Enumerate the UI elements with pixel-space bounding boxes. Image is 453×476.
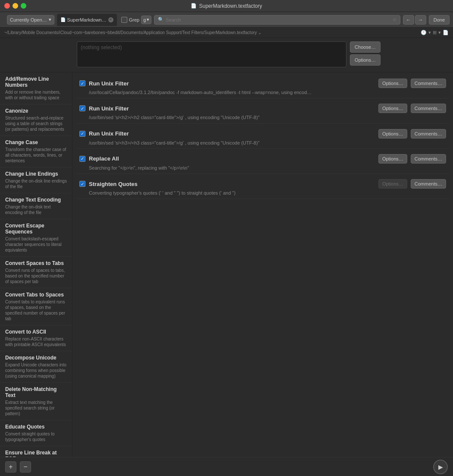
filter-row: ✓ Replace All Options… Comments… Searchi…	[76, 151, 450, 174]
options-button[interactable]: Options…	[378, 104, 407, 113]
add-filter-button[interactable]: +	[5, 461, 16, 473]
options-button: Options…	[378, 179, 407, 189]
tab-icon: 📄	[60, 17, 66, 22]
title-icon: 📄	[191, 3, 197, 9]
nav-forward-button[interactable]: →	[415, 15, 426, 25]
filter-row: ✓ Run Unix Filter Options… Comments… /us…	[76, 76, 450, 98]
list-item[interactable]: Convert to ASCII Replace non-ASCII chara…	[0, 325, 72, 351]
filter-row-header: ✓ Run Unix Filter Options… Comments…	[79, 79, 446, 88]
comments-button[interactable]: Comments…	[411, 104, 446, 113]
options-button[interactable]: Options…	[378, 129, 407, 139]
toolbar: Currently Open… ▾ 📄 SuperMarkdown… ✕ Gre…	[0, 12, 453, 28]
preview-input: (nothing selected)	[77, 41, 346, 67]
options-button[interactable]: Options…	[378, 79, 407, 88]
doc-icon[interactable]: 📄	[443, 30, 449, 35]
search-icon: 🔍	[158, 17, 164, 22]
bottom-bar: + − ▶	[0, 457, 453, 476]
options-button[interactable]: Options…	[378, 154, 407, 164]
window-controls[interactable]	[4, 3, 26, 9]
filter-checkbox[interactable]: ✓	[79, 80, 85, 86]
comments-button[interactable]: Comments…	[411, 154, 446, 164]
play-button[interactable]: ▶	[433, 460, 448, 474]
comments-button[interactable]: Comments…	[411, 129, 446, 139]
filter-row-header: ✓ Run Unix Filter Options… Comments…	[79, 104, 446, 113]
pathbar: ~/Library/Mobile Documents/iCloud~com~ba…	[0, 28, 453, 38]
comments-button[interactable]: Comments…	[411, 179, 446, 189]
list-item[interactable]: Ensure Line Break at EOF Add a line brea…	[0, 446, 72, 457]
list-item[interactable]: Change Case Transform the character case…	[0, 136, 72, 167]
body-layout: Add/Remove Line Numbers Add or remove li…	[0, 73, 453, 457]
maximize-button[interactable]	[21, 3, 26, 9]
close-button[interactable]	[4, 3, 10, 9]
minimize-button[interactable]	[13, 3, 18, 9]
pathbar-icons: 🕐 ▾ ⊞ ▾ 📄	[421, 30, 449, 35]
filter-row-header: ✓ Replace All Options… Comments…	[79, 154, 446, 164]
list-item[interactable]: Decompose Unicode Expand Unicode charact…	[0, 351, 72, 383]
list-item[interactable]: Canonize Structured search-and-replace u…	[0, 104, 72, 136]
search-input[interactable]	[166, 17, 390, 22]
chevron-down-icon: ▾	[147, 17, 149, 22]
titlebar: 📄 SuperMarkdown.textfactory	[0, 0, 453, 12]
filter-row: ✓ Straighten Quotes Options… Comments… C…	[76, 177, 450, 199]
choose-button[interactable]: Choose…	[350, 41, 381, 53]
file-path: ~/Library/Mobile Documents/iCloud~com~ba…	[4, 30, 261, 35]
preview-placeholder: (nothing selected)	[81, 44, 122, 50]
filter-list: Add/Remove Line Numbers Add or remove li…	[0, 73, 72, 457]
filter-checkbox[interactable]: ✓	[79, 181, 85, 187]
options-button[interactable]: Options…	[350, 54, 381, 66]
layers-icon[interactable]: ⊞	[433, 30, 437, 35]
comments-button[interactable]: Comments…	[411, 79, 446, 88]
grep-area: Grep g ▾	[121, 16, 152, 24]
list-item[interactable]: Change Text Encoding Change the on-disk …	[0, 193, 72, 219]
right-panel: ✓ Run Unix Filter Options… Comments… /us…	[72, 73, 453, 457]
filter-row: ✓ Run Unix Filter Options… Comments… /us…	[76, 126, 450, 149]
currently-open-dropdown[interactable]: Currently Open… ▾	[7, 15, 54, 25]
open-tab[interactable]: 📄 SuperMarkdown… ✕	[57, 14, 117, 26]
filter-row-header: ✓ Straighten Quotes Options… Comments…	[79, 179, 446, 189]
search-bar[interactable]: 🔍 ⊗	[154, 15, 400, 25]
preview-area: (nothing selected) Choose… Options…	[0, 38, 453, 73]
list-item[interactable]: Delete Non-Matching Text Extract text ma…	[0, 383, 72, 420]
navigation-buttons: ← →	[403, 15, 426, 25]
filter-checkbox[interactable]: ✓	[79, 156, 85, 162]
filter-row-header: ✓ Run Unix Filter Options… Comments…	[79, 129, 446, 139]
list-item[interactable]: Change Line Endings Change the on-disk l…	[0, 167, 72, 193]
done-button[interactable]: Done	[429, 15, 450, 25]
grep-mode-dropdown[interactable]: g ▾	[141, 16, 151, 24]
main-content: (nothing selected) Choose… Options… Add/…	[0, 38, 453, 476]
filter-row: ✓ Run Unix Filter Options… Comments… /us…	[76, 101, 450, 123]
chevron-down-icon-2[interactable]: ▾	[438, 30, 441, 35]
grep-checkbox[interactable]	[121, 17, 127, 23]
list-item[interactable]: Educate Quotes Convert straight quotes t…	[0, 420, 72, 446]
window-title: 📄 SuperMarkdown.textfactory	[191, 3, 262, 9]
preview-buttons: Choose… Options…	[350, 41, 381, 66]
list-item[interactable]: Add/Remove Line Numbers Add or remove li…	[0, 73, 72, 104]
list-item[interactable]: Convert Tabs to Spaces Convert tabs to e…	[0, 288, 72, 325]
nav-back-button[interactable]: ←	[403, 15, 414, 25]
history-icon[interactable]: 🕐	[421, 30, 427, 35]
list-item[interactable]: Convert Spaces to Tabs Convert runs of s…	[0, 257, 72, 288]
chevron-down-icon: ▾	[49, 17, 51, 22]
filter-checkbox[interactable]: ✓	[79, 105, 85, 111]
remove-filter-button[interactable]: −	[20, 461, 31, 473]
grep-label: Grep	[129, 17, 139, 22]
chevron-down-icon[interactable]: ▾	[428, 30, 431, 35]
filter-sidebar: Add/Remove Line Numbers Add or remove li…	[0, 73, 72, 457]
list-item[interactable]: Convert Escape Sequences Convert backsla…	[0, 219, 72, 257]
filter-checkbox[interactable]: ✓	[79, 131, 85, 137]
tab-close-button[interactable]: ✕	[108, 17, 113, 22]
search-clear-icon: ⊗	[393, 17, 396, 22]
